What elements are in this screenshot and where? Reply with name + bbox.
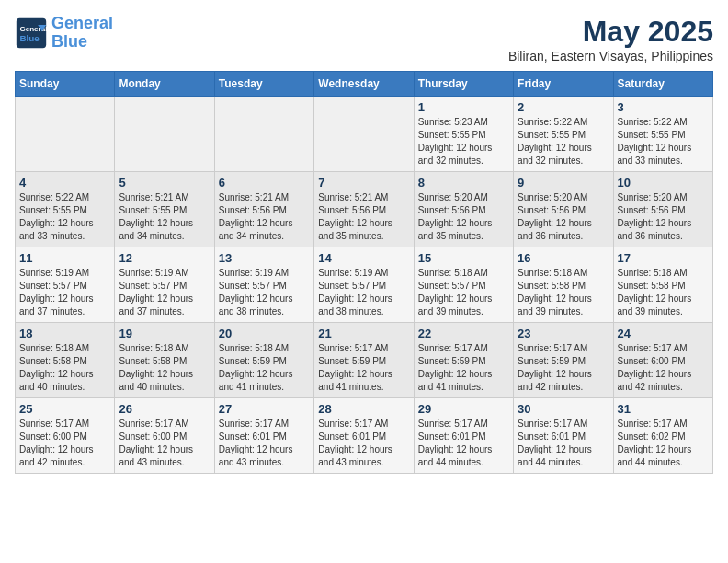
- day-number: 31: [618, 402, 709, 416]
- day-info: Sunrise: 5:17 AM Sunset: 5:59 PM Dayligh…: [418, 342, 509, 394]
- day-number: 26: [119, 402, 210, 416]
- calendar-cell: 2Sunrise: 5:22 AM Sunset: 5:55 PM Daylig…: [514, 97, 613, 172]
- calendar-cell: 20Sunrise: 5:18 AM Sunset: 5:59 PM Dayli…: [214, 323, 313, 398]
- day-number: 21: [318, 327, 409, 340]
- day-info: Sunrise: 5:18 AM Sunset: 5:58 PM Dayligh…: [119, 342, 210, 394]
- calendar-cell: 23Sunrise: 5:17 AM Sunset: 5:59 PM Dayli…: [514, 323, 613, 398]
- svg-text:Blue: Blue: [19, 33, 40, 43]
- day-number: 1: [418, 100, 509, 114]
- day-number: 22: [418, 327, 509, 340]
- day-info: Sunrise: 5:19 AM Sunset: 5:57 PM Dayligh…: [318, 267, 409, 318]
- logo-text: General Blue: [51, 15, 113, 52]
- day-info: Sunrise: 5:21 AM Sunset: 5:56 PM Dayligh…: [318, 191, 409, 243]
- calendar-week-5: 25Sunrise: 5:17 AM Sunset: 6:00 PM Dayli…: [16, 398, 713, 474]
- day-info: Sunrise: 5:20 AM Sunset: 5:56 PM Dayligh…: [518, 191, 609, 243]
- day-info: Sunrise: 5:20 AM Sunset: 5:56 PM Dayligh…: [618, 191, 709, 243]
- calendar-cell: 22Sunrise: 5:17 AM Sunset: 5:59 PM Dayli…: [414, 323, 513, 398]
- day-number: 6: [219, 176, 310, 190]
- location-subtitle: Biliran, Eastern Visayas, Philippines: [508, 49, 713, 63]
- day-info: Sunrise: 5:18 AM Sunset: 5:59 PM Dayligh…: [219, 342, 310, 394]
- calendar-cell: 13Sunrise: 5:19 AM Sunset: 5:57 PM Dayli…: [214, 247, 313, 323]
- weekday-header-friday: Friday: [514, 72, 613, 97]
- calendar-week-1: 1Sunrise: 5:23 AM Sunset: 5:55 PM Daylig…: [16, 97, 713, 172]
- calendar-cell: 14Sunrise: 5:19 AM Sunset: 5:57 PM Dayli…: [314, 247, 414, 323]
- calendar-cell: 5Sunrise: 5:21 AM Sunset: 5:55 PM Daylig…: [115, 172, 214, 247]
- day-number: 15: [418, 251, 509, 265]
- day-number: 25: [19, 402, 110, 416]
- day-number: 23: [518, 327, 609, 340]
- day-number: 10: [618, 176, 709, 190]
- calendar-cell: [214, 97, 313, 172]
- day-info: Sunrise: 5:21 AM Sunset: 5:55 PM Dayligh…: [119, 191, 210, 243]
- calendar-cell: 17Sunrise: 5:18 AM Sunset: 5:58 PM Dayli…: [613, 247, 712, 323]
- day-number: 16: [518, 251, 609, 265]
- calendar-week-2: 4Sunrise: 5:22 AM Sunset: 5:55 PM Daylig…: [16, 172, 713, 247]
- weekday-header-saturday: Saturday: [613, 72, 712, 97]
- day-number: 19: [119, 327, 210, 340]
- calendar-cell: 16Sunrise: 5:18 AM Sunset: 5:58 PM Dayli…: [514, 247, 613, 323]
- calendar-cell: 9Sunrise: 5:20 AM Sunset: 5:56 PM Daylig…: [514, 172, 613, 247]
- day-info: Sunrise: 5:17 AM Sunset: 6:01 PM Dayligh…: [318, 418, 409, 469]
- calendar-cell: 12Sunrise: 5:19 AM Sunset: 5:57 PM Dayli…: [115, 247, 214, 323]
- day-info: Sunrise: 5:17 AM Sunset: 6:01 PM Dayligh…: [219, 418, 310, 469]
- day-info: Sunrise: 5:17 AM Sunset: 5:59 PM Dayligh…: [318, 342, 409, 394]
- day-info: Sunrise: 5:22 AM Sunset: 5:55 PM Dayligh…: [19, 191, 110, 243]
- day-info: Sunrise: 5:17 AM Sunset: 6:00 PM Dayligh…: [119, 418, 210, 469]
- calendar-cell: [314, 97, 414, 172]
- calendar-cell: 8Sunrise: 5:20 AM Sunset: 5:56 PM Daylig…: [414, 172, 513, 247]
- day-number: 27: [219, 402, 310, 416]
- calendar-table: SundayMondayTuesdayWednesdayThursdayFrid…: [15, 71, 713, 474]
- weekday-header-thursday: Thursday: [414, 72, 513, 97]
- calendar-cell: 28Sunrise: 5:17 AM Sunset: 6:01 PM Dayli…: [314, 398, 414, 474]
- day-number: 24: [618, 327, 709, 340]
- day-info: Sunrise: 5:20 AM Sunset: 5:56 PM Dayligh…: [418, 191, 509, 243]
- month-title: May 2025: [508, 15, 713, 49]
- day-info: Sunrise: 5:19 AM Sunset: 5:57 PM Dayligh…: [219, 267, 310, 318]
- day-info: Sunrise: 5:17 AM Sunset: 6:01 PM Dayligh…: [518, 418, 609, 469]
- calendar-cell: 3Sunrise: 5:22 AM Sunset: 5:55 PM Daylig…: [613, 97, 712, 172]
- day-info: Sunrise: 5:17 AM Sunset: 6:02 PM Dayligh…: [618, 418, 709, 469]
- calendar-cell: 7Sunrise: 5:21 AM Sunset: 5:56 PM Daylig…: [314, 172, 414, 247]
- day-number: 28: [318, 402, 409, 416]
- day-info: Sunrise: 5:23 AM Sunset: 5:55 PM Dayligh…: [418, 116, 509, 167]
- weekday-header-tuesday: Tuesday: [214, 72, 313, 97]
- day-number: 12: [119, 251, 210, 265]
- day-number: 7: [318, 176, 409, 190]
- day-number: 13: [219, 251, 310, 265]
- calendar-cell: 1Sunrise: 5:23 AM Sunset: 5:55 PM Daylig…: [414, 97, 513, 172]
- calendar-cell: 29Sunrise: 5:17 AM Sunset: 6:01 PM Dayli…: [414, 398, 513, 474]
- day-number: 11: [19, 251, 110, 265]
- calendar-cell: 21Sunrise: 5:17 AM Sunset: 5:59 PM Dayli…: [314, 323, 414, 398]
- day-info: Sunrise: 5:17 AM Sunset: 6:00 PM Dayligh…: [618, 342, 709, 394]
- day-number: 30: [518, 402, 609, 416]
- weekday-header-sunday: Sunday: [16, 72, 115, 97]
- calendar-week-4: 18Sunrise: 5:18 AM Sunset: 5:58 PM Dayli…: [16, 323, 713, 398]
- calendar-cell: 26Sunrise: 5:17 AM Sunset: 6:00 PM Dayli…: [115, 398, 214, 474]
- calendar-cell: 24Sunrise: 5:17 AM Sunset: 6:00 PM Dayli…: [613, 323, 712, 398]
- day-info: Sunrise: 5:21 AM Sunset: 5:56 PM Dayligh…: [219, 191, 310, 243]
- day-info: Sunrise: 5:17 AM Sunset: 6:00 PM Dayligh…: [19, 418, 110, 469]
- weekday-header-wednesday: Wednesday: [314, 72, 414, 97]
- calendar-cell: 18Sunrise: 5:18 AM Sunset: 5:58 PM Dayli…: [16, 323, 115, 398]
- calendar-cell: [115, 97, 214, 172]
- day-number: 17: [618, 251, 709, 265]
- day-number: 4: [19, 176, 110, 190]
- day-number: 20: [219, 327, 310, 340]
- calendar-cell: 6Sunrise: 5:21 AM Sunset: 5:56 PM Daylig…: [214, 172, 313, 247]
- calendar-cell: 30Sunrise: 5:17 AM Sunset: 6:01 PM Dayli…: [514, 398, 613, 474]
- calendar-cell: 4Sunrise: 5:22 AM Sunset: 5:55 PM Daylig…: [16, 172, 115, 247]
- day-info: Sunrise: 5:18 AM Sunset: 5:58 PM Dayligh…: [518, 267, 609, 318]
- weekday-header-monday: Monday: [115, 72, 214, 97]
- calendar-cell: 25Sunrise: 5:17 AM Sunset: 6:00 PM Dayli…: [16, 398, 115, 474]
- title-block: May 2025 Biliran, Eastern Visayas, Phili…: [508, 15, 713, 63]
- day-info: Sunrise: 5:17 AM Sunset: 5:59 PM Dayligh…: [518, 342, 609, 394]
- calendar-cell: 27Sunrise: 5:17 AM Sunset: 6:01 PM Dayli…: [214, 398, 313, 474]
- day-info: Sunrise: 5:22 AM Sunset: 5:55 PM Dayligh…: [518, 116, 609, 167]
- day-number: 3: [618, 100, 709, 114]
- day-info: Sunrise: 5:18 AM Sunset: 5:57 PM Dayligh…: [418, 267, 509, 318]
- day-number: 18: [19, 327, 110, 340]
- calendar-cell: 19Sunrise: 5:18 AM Sunset: 5:58 PM Dayli…: [115, 323, 214, 398]
- day-info: Sunrise: 5:19 AM Sunset: 5:57 PM Dayligh…: [19, 267, 110, 318]
- weekday-header-row: SundayMondayTuesdayWednesdayThursdayFrid…: [16, 72, 713, 97]
- day-info: Sunrise: 5:22 AM Sunset: 5:55 PM Dayligh…: [618, 116, 709, 167]
